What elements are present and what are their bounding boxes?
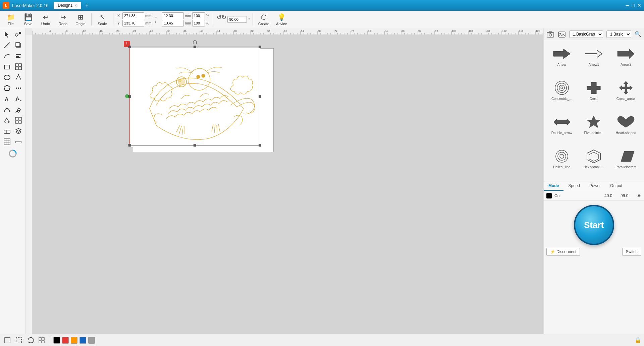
svg-text:92: 92: [418, 30, 421, 33]
mode-tab[interactable]: Mode: [544, 181, 564, 191]
undo-button[interactable]: ↩ Undo: [38, 12, 54, 27]
more-tool[interactable]: [13, 83, 24, 93]
select-tool[interactable]: [2, 30, 12, 40]
h-input[interactable]: [162, 20, 184, 26]
w-pct-input[interactable]: [192, 12, 205, 19]
eraser-tool[interactable]: [2, 126, 12, 136]
handle-top-left[interactable]: [128, 46, 131, 48]
power-tab[interactable]: Power: [585, 181, 605, 191]
node-select-icon: [15, 31, 22, 38]
rotation-input[interactable]: [227, 16, 247, 23]
shape-item-arrow2[interactable]: Arrow2: [610, 43, 641, 76]
refresh-tool[interactable]: [25, 336, 35, 345]
shape-item-double-arrow[interactable]: Double_arrow: [546, 111, 577, 144]
handle-top-right[interactable]: [259, 46, 261, 48]
layer-visibility-toggle[interactable]: 👁: [637, 193, 641, 198]
color-red[interactable]: [62, 337, 69, 344]
y-input[interactable]: [122, 20, 144, 26]
shape-item-hexagonal[interactable]: Hexagonal_...: [579, 146, 609, 178]
canvas-area[interactable]: 4812162024283236404448525660646872768084…: [25, 28, 543, 334]
shape-item-cross-arrow[interactable]: Cross_arrow: [610, 77, 641, 110]
select-bottom-tool[interactable]: [3, 336, 12, 345]
handle-middle-left[interactable]: [128, 95, 131, 98]
line-tool[interactable]: [2, 40, 12, 50]
handle-bottom-center[interactable]: [194, 144, 196, 147]
handle-bottom-right[interactable]: [259, 144, 261, 147]
marquee-tool[interactable]: [14, 336, 23, 345]
handle-top-center[interactable]: [194, 46, 196, 48]
tab-close-button[interactable]: ✕: [74, 4, 77, 7]
copy-tool[interactable]: [13, 40, 24, 50]
loading-icon: [8, 149, 17, 158]
shape-item-concentric[interactable]: Concentric_...: [546, 77, 577, 110]
svg-point-275: [549, 34, 552, 36]
measure-tool[interactable]: [13, 137, 24, 147]
shape-item-arrow1[interactable]: Arrow1: [579, 43, 609, 76]
add-tab-button[interactable]: +: [85, 2, 88, 8]
text-tool[interactable]: A: [2, 94, 12, 104]
output-tab[interactable]: Output: [605, 181, 627, 191]
loading-tool[interactable]: [1, 148, 24, 160]
shape-item-heart[interactable]: Heart-shaped: [610, 111, 641, 144]
layer-row-0: Cut 40.0 99.0 👁: [544, 191, 644, 200]
switch-button[interactable]: Switch: [622, 248, 641, 256]
shape-item-cross[interactable]: Cross: [579, 77, 609, 110]
color-blue[interactable]: [79, 337, 86, 344]
speed-tab[interactable]: Speed: [564, 181, 585, 191]
file-button[interactable]: 📁 File: [3, 12, 19, 27]
create-button[interactable]: ⬡ Create: [256, 12, 272, 27]
category-dropdown[interactable]: 1.BasicGrap: [569, 31, 603, 38]
advice-button[interactable]: 💡 Advice: [273, 12, 290, 27]
node-select-tool[interactable]: [13, 30, 24, 40]
shape-item-parallelogram[interactable]: Parallelogram: [610, 146, 641, 178]
lock-icon[interactable]: 🔒: [635, 337, 641, 343]
x-input[interactable]: [122, 12, 144, 19]
ellipse-tool[interactable]: [2, 72, 12, 82]
text2-tool[interactable]: A: [13, 94, 24, 104]
canvas-work[interactable]: !: [32, 35, 543, 334]
save-button[interactable]: 💾 Save: [20, 12, 36, 27]
close-button[interactable]: ✕: [637, 3, 641, 8]
distribute-tool[interactable]: [13, 62, 24, 72]
style-dropdown[interactable]: 1.Basic: [606, 31, 631, 38]
disconnect-button[interactable]: ⚡ Disconnect: [546, 248, 580, 256]
bezier-tool[interactable]: [2, 105, 12, 115]
shape-item-arrow[interactable]: Arrow: [546, 43, 577, 76]
svg-marker-4: [5, 32, 9, 38]
origin-button[interactable]: ⊞ Origin: [72, 12, 89, 27]
scale-button[interactable]: ⤡ Scale: [94, 12, 110, 27]
handle-middle-right[interactable]: [259, 95, 261, 98]
shape-search-button[interactable]: 🔍: [635, 31, 641, 37]
paint-tool[interactable]: [13, 105, 24, 115]
rotation-handle[interactable]: [193, 40, 197, 44]
start-button[interactable]: Start: [574, 205, 614, 245]
layers-tool[interactable]: [13, 126, 24, 136]
fill-tool[interactable]: [2, 115, 12, 125]
maximize-button[interactable]: □: [632, 3, 635, 8]
layer-power[interactable]: 99.0: [621, 193, 634, 198]
rect-tool[interactable]: [2, 62, 12, 72]
color-orange[interactable]: [71, 337, 77, 344]
layer-speed[interactable]: 40.0: [604, 193, 618, 198]
curve-tool[interactable]: [2, 51, 12, 61]
color-black[interactable]: [53, 337, 60, 344]
grid-tool[interactable]: [13, 115, 24, 125]
grid-bottom-tool[interactable]: [37, 336, 46, 345]
redo-button[interactable]: ↪ Redo: [55, 12, 71, 27]
minimize-button[interactable]: ─: [626, 3, 629, 8]
color-gray[interactable]: [88, 337, 95, 344]
layer-color-swatch[interactable]: [546, 193, 552, 198]
w-input[interactable]: [162, 12, 184, 19]
shape-item-helical[interactable]: Helical_line: [546, 146, 577, 178]
polygon-tool[interactable]: [2, 83, 12, 93]
parallelogram-shape-icon: [616, 148, 636, 165]
h-pct-input[interactable]: [192, 20, 205, 26]
design-tab[interactable]: Design1 ✕: [54, 2, 81, 9]
table-tool[interactable]: [2, 137, 12, 147]
handle-bottom-left[interactable]: [128, 144, 131, 147]
shape-item-five-pointed[interactable]: Five-pointe...: [579, 111, 609, 144]
svg-rect-30: [15, 117, 18, 120]
align-tool[interactable]: [13, 51, 24, 61]
node-edit-tool[interactable]: [13, 72, 24, 82]
tab-label: Design1: [58, 3, 72, 8]
